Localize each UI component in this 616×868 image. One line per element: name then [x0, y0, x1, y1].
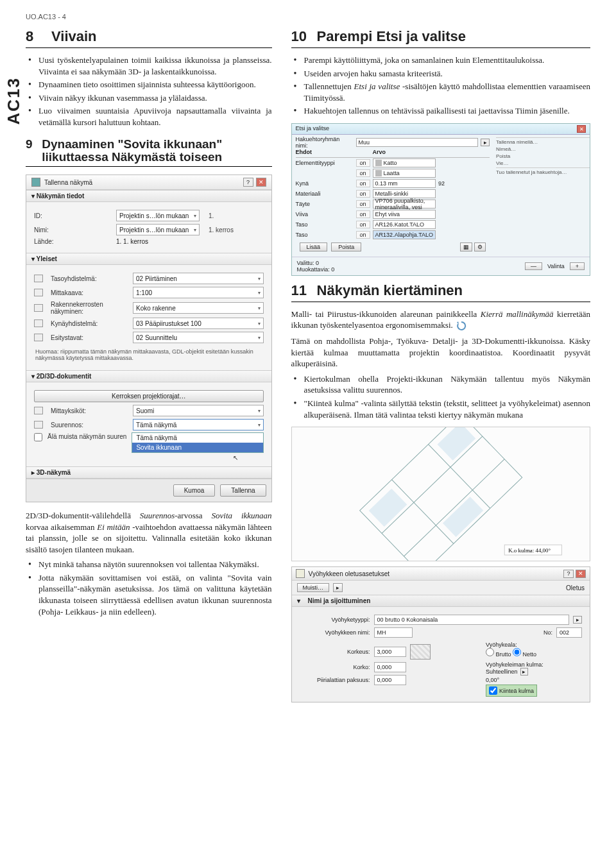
structure-icon: [34, 304, 43, 312]
criteria-row[interactable]: ViivaonEhyt viiva: [296, 209, 490, 219]
remember-zoom-label: Älä muista näkymän suuren: [47, 433, 126, 440]
svg-rect-7: [443, 497, 483, 537]
find-select-dialog: Etsi ja valitse ✕ Hakuehtoryhmän nimi: M…: [291, 123, 590, 276]
brutto-radio[interactable]: [486, 648, 494, 656]
display-icon: [34, 334, 43, 341]
criteria-row[interactable]: TasoonAR132.Alapohja.TALO: [296, 230, 490, 240]
memory-menu-button[interactable]: ▸: [333, 583, 343, 592]
suurennos-label: Suurennos:: [51, 421, 128, 429]
id-label: ID:: [34, 212, 111, 219]
group-menu-button[interactable]: ▸: [481, 139, 490, 146]
mittyks-dropdown[interactable]: Suomi: [133, 405, 264, 416]
help-button[interactable]: ?: [243, 178, 253, 187]
kynayhd-label: Kynäyhdistelmä:: [51, 320, 128, 327]
height-label: Korkeus:: [300, 649, 370, 655]
combo-option-1[interactable]: Tämä näkymä: [132, 433, 262, 443]
remember-zoom-checkbox[interactable]: [34, 433, 42, 441]
pen-palette-button[interactable]: ▦: [460, 243, 472, 251]
zone-close-button[interactable]: ✕: [576, 570, 586, 578]
delete-criteria-button[interactable]: Poista: [331, 243, 361, 251]
side-rename[interactable]: Nimeä…: [496, 146, 590, 152]
svg-rect-6: [437, 427, 475, 461]
zone-header-name[interactable]: ▾ Nimi ja sijoittuminen: [292, 595, 590, 607]
rakenne-label: Rakennekerrosten näkyminen:: [51, 301, 128, 315]
find-close-button[interactable]: ✕: [577, 125, 586, 133]
side-delete[interactable]: Poista: [496, 153, 590, 159]
floor-projection-button[interactable]: Kerroksen projektiorajat…: [34, 390, 264, 402]
mitt-dropdown[interactable]: 1:100: [133, 287, 264, 298]
height-field[interactable]: 3,000: [374, 647, 406, 657]
select-button[interactable]: +: [570, 262, 585, 270]
options-button[interactable]: ⚙: [474, 243, 486, 251]
criteria-row[interactable]: TäyteonVP706 puupalkisto, mineraalivilla…: [296, 199, 490, 209]
section-11-title: 11 Näkymän kiertäminen: [291, 282, 590, 302]
floor-thick-label: Piirialattian paksuus:: [300, 677, 370, 683]
section-header-2d3d[interactable]: ▾ 2D/3D-dokumentit: [26, 370, 271, 382]
stamp-angle-label: Vyöhykeleiman kulma:: [486, 661, 582, 668]
para-list: Nyt minkä tahansa näytön suurennoksen vo…: [26, 559, 272, 617]
criteria-row[interactable]: TasoonAR126.Katot.TALO: [296, 219, 490, 230]
close-button[interactable]: ✕: [256, 178, 266, 187]
mitt-label: Mittakaava:: [51, 289, 128, 296]
criteria-row[interactable]: Kynäon0.13 mm92: [296, 178, 490, 189]
svg-rect-5: [368, 489, 407, 527]
esitys-dropdown[interactable]: 02 Suunnittelu: [133, 332, 264, 343]
zonename-field[interactable]: MH: [374, 627, 413, 638]
name-dropdown[interactable]: Projektin s…lön mukaan: [116, 224, 200, 235]
floorplan-image: K.o kulma: 44,00°: [291, 427, 590, 561]
cancel-button[interactable]: Kumoa: [173, 484, 216, 497]
zone-dialog-title: Vyöhykkeen oletusasetukset: [309, 570, 389, 577]
combo-option-2[interactable]: Sovita ikkunaan: [132, 443, 262, 452]
sec11-list: Kiertokulman ohella Projekti-ikkunan Näk…: [291, 373, 590, 420]
rakenne-dropdown[interactable]: Koko rakenne: [133, 302, 264, 314]
height-diagram-icon: [410, 644, 431, 660]
section-header-info[interactable]: ▾ Näkymän tiedot: [26, 190, 271, 202]
id-dropdown[interactable]: Projektin s…lön mukaan: [116, 210, 200, 221]
tasoyhd-dropdown[interactable]: 02 Piirtäminen: [133, 273, 264, 284]
level-field[interactable]: 0,000: [374, 662, 406, 672]
floor-thick-field[interactable]: 0,000: [374, 675, 406, 685]
group-name-field[interactable]: Muu: [356, 138, 478, 147]
name-label: Nimi:: [34, 226, 111, 234]
kynayhd-dropdown[interactable]: 03 Pääpiirustukset 100: [133, 318, 264, 329]
section-header-general[interactable]: ▾ Yleiset: [26, 253, 271, 265]
side-tab: AC13: [4, 77, 24, 124]
suurennos-dropdown[interactable]: Tämä näkymä: [133, 419, 264, 430]
default-label: Oletus: [566, 584, 585, 591]
col-ehdot: Ehdot: [296, 149, 354, 155]
side-import[interactable]: Tuo tallennetut ja hakuehtoja…: [496, 167, 590, 175]
zonetype-dropdown[interactable]: 00 brutto 0 Kokonaisala: [374, 615, 569, 625]
save-button[interactable]: Tallenna: [220, 484, 266, 497]
angle-field[interactable]: 0,00°: [486, 677, 524, 683]
esitys-label: Esitystavat:: [51, 334, 128, 341]
dialog-icon: [31, 178, 40, 187]
save-view-dialog: Tallenna näkymä ? ✕ ▾ Näkymän tiedot ID:…: [26, 174, 272, 502]
criteria-row[interactable]: ElementtityyppionKatto: [296, 158, 490, 168]
fixed-angle-toggle[interactable]: Kiinteä kulma: [486, 685, 537, 697]
deselect-button[interactable]: —: [525, 262, 542, 270]
zoneno-field[interactable]: 002: [556, 627, 582, 638]
dialog-title: Tallenna näkymä: [44, 179, 92, 186]
section-8-title: 8 Viivain: [26, 28, 272, 48]
mittyks-label: Mittayksiköt:: [51, 407, 128, 414]
angle-menu-button[interactable]: ▸: [520, 668, 528, 676]
zoom-icon: [34, 421, 43, 429]
section-8-list: Uusi työskentelyapulainen toimii kaikiss…: [26, 55, 272, 128]
zonetype-arrow[interactable]: ▸: [573, 616, 582, 624]
side-export[interactable]: Vie…: [496, 160, 590, 166]
criteria-row[interactable]: onLaatta: [296, 168, 490, 178]
netto-radio[interactable]: [513, 648, 521, 656]
section-header-3d[interactable]: ▸ 3D-näkymä: [26, 466, 271, 479]
memory-button[interactable]: Muisti…: [297, 583, 330, 592]
zone-settings-dialog: Vyöhykkeen oletusasetukset ?✕ Muisti… ▸ …: [291, 566, 590, 702]
zone-help-button[interactable]: ?: [563, 570, 574, 578]
section-10-list: Parempi käyttöliittymä, joka on samanlai…: [291, 55, 590, 117]
side-save-as[interactable]: Tallenna nimellä…: [496, 137, 590, 145]
add-criteria-button[interactable]: Lisää: [300, 243, 328, 251]
pen-icon: [34, 319, 43, 327]
selection-label: Valinta: [547, 263, 565, 269]
zonename-label: Vyöhykkeen nimi:: [300, 629, 370, 636]
scale-icon: [34, 289, 43, 296]
fixed-angle-checkbox[interactable]: [489, 686, 497, 695]
source-value: 1. 1. kerros: [116, 238, 148, 245]
